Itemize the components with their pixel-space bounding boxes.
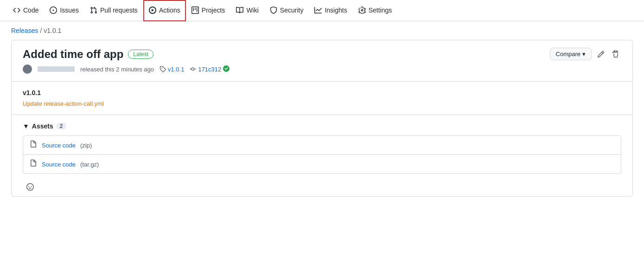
targz-file-icon: [30, 160, 37, 169]
release-body: v1.0.1 Update release-action-call.yml: [12, 82, 632, 115]
nav-actions-label: Actions: [159, 6, 180, 14]
assets-section: ▼ Assets 2 Source code (zip): [12, 115, 632, 196]
assets-count: 2: [56, 123, 67, 129]
compare-label: Compare: [556, 51, 580, 58]
nav-actions[interactable]: Actions: [143, 0, 186, 21]
breadcrumb-releases-link[interactable]: Releases: [11, 27, 38, 34]
release-version: v1.0.1: [23, 89, 621, 96]
compare-chevron-icon: ▾: [582, 51, 586, 58]
source-code-targz-link[interactable]: Source code: [42, 161, 76, 168]
projects-icon: [191, 6, 199, 14]
nav-security-label: Security: [280, 6, 304, 14]
actions-icon: [149, 6, 156, 14]
zip-file-icon: [30, 141, 37, 150]
settings-icon: [358, 6, 366, 14]
breadcrumb-separator: /: [40, 27, 42, 34]
nav-security[interactable]: Security: [264, 0, 309, 21]
assets-label: Assets: [32, 122, 53, 130]
nav-insights[interactable]: Insights: [309, 0, 352, 21]
nav-pull-requests-label: Pull requests: [100, 6, 138, 14]
meta-commit: 171c312: [190, 65, 230, 73]
pull-requests-icon: [90, 6, 97, 14]
nav-projects[interactable]: Projects: [186, 0, 231, 21]
avatar: [23, 64, 32, 74]
release-actions: Compare ▾: [550, 48, 621, 60]
list-item: Source code (zip): [23, 136, 621, 155]
meta-tag: v1.0.1: [159, 66, 184, 73]
username-blur: [38, 66, 75, 72]
list-item: Source code (tar.gz): [23, 155, 621, 173]
nav-code-label: Code: [23, 6, 38, 14]
tag-link[interactable]: v1.0.1: [168, 66, 184, 73]
delete-button[interactable]: [610, 49, 621, 60]
compare-button[interactable]: Compare ▾: [550, 48, 592, 60]
emoji-reaction-button[interactable]: [23, 181, 38, 196]
commit-check-icon: [223, 65, 230, 73]
assets-triangle-icon: ▼: [23, 122, 29, 130]
release-description: Update release-action-call.yml: [23, 100, 621, 107]
edit-button[interactable]: [595, 49, 606, 60]
release-title: Added time off app: [23, 48, 123, 61]
main-content: Added time off app Latest released this …: [0, 40, 644, 208]
nav-pull-requests[interactable]: Pull requests: [84, 0, 143, 21]
security-icon: [270, 6, 277, 14]
release-title-row: Added time off app Latest: [23, 48, 230, 61]
top-nav: Code Issues Pull requests Actions: [0, 0, 644, 21]
nav-projects-label: Projects: [202, 6, 225, 14]
wiki-icon: [236, 6, 243, 14]
latest-badge: Latest: [128, 50, 153, 59]
commit-link[interactable]: 171c312: [198, 66, 221, 73]
issues-icon: [50, 6, 57, 14]
nav-wiki-label: Wiki: [246, 6, 258, 14]
nav-settings-label: Settings: [369, 6, 392, 14]
nav-code[interactable]: Code: [7, 0, 44, 21]
nav-issues-label: Issues: [60, 6, 78, 14]
nav-issues[interactable]: Issues: [44, 0, 84, 21]
breadcrumb-current: v1.0.1: [44, 27, 61, 34]
source-code-zip-format: (zip): [80, 142, 92, 149]
nav-settings[interactable]: Settings: [353, 0, 398, 21]
source-code-zip-link[interactable]: Source code: [42, 142, 76, 149]
code-icon: [13, 6, 20, 14]
release-card: Added time off app Latest released this …: [11, 40, 633, 197]
release-header-left: Added time off app Latest released this …: [23, 48, 230, 74]
insights-icon: [314, 6, 322, 14]
nav-wiki[interactable]: Wiki: [230, 0, 264, 21]
assets-header[interactable]: ▼ Assets 2: [23, 122, 621, 130]
assets-list: Source code (zip) Source code (tar.gz): [23, 135, 621, 174]
nav-insights-label: Insights: [325, 6, 347, 14]
release-header: Added time off app Latest released this …: [12, 40, 632, 82]
breadcrumb: Releases / v1.0.1: [0, 21, 644, 40]
source-code-targz-format: (tar.gz): [80, 161, 99, 168]
release-meta: released this 2 minutes ago v1.0.1 171c3…: [23, 64, 230, 74]
released-text: released this 2 minutes ago: [80, 66, 154, 73]
